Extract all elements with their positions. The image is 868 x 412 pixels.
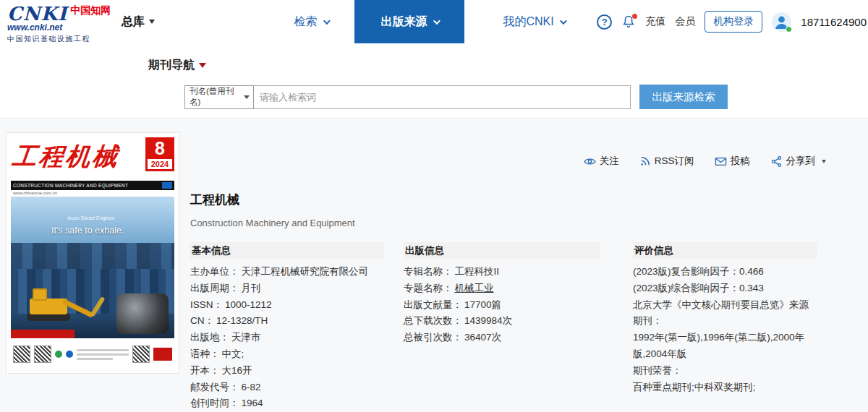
cnki-journal-page: CNKI 中国知网 www.cnki.net 中国知识基础设施工程 总库 检索 … [0, 0, 868, 412]
nav-item-search[interactable]: 检索 [268, 0, 354, 43]
cert-logo-green [55, 351, 62, 358]
follow-label: 关注 [600, 155, 619, 168]
cover-engine-brand: Isuzu Diesel Engines [67, 215, 114, 220]
member-link[interactable]: 会员 [675, 15, 695, 28]
cover-issue-box: 8 2024 [145, 137, 174, 171]
journal-cover[interactable]: 工程机械 8 2024 CONSTRUCTION MACHINERY AND E… [6, 132, 179, 374]
basic-info-rows: 主办单位：天津工程机械研究院有限公司 出版周期：月刊 ISSN：1000-121… [190, 264, 384, 412]
qr-code [132, 346, 150, 363]
nav-item-publication-source[interactable]: 出版来源 [354, 0, 464, 43]
logo-site-url: www.cnki.net [7, 23, 111, 33]
qr-code [34, 346, 51, 363]
info-row-language: 语种：中文; [190, 346, 384, 363]
journal-navigation-label: 期刊导航 [148, 58, 195, 73]
search-input[interactable] [253, 85, 631, 109]
journal-english-title: Construction Machinery and Equipment [190, 218, 355, 228]
eval-line-core-journal: 北京大学《中文核心期刊要目总览》来源期刊： [633, 297, 817, 330]
footer-text-line [77, 349, 129, 351]
cover-title-text: 工程机械 [11, 140, 121, 173]
cover-art: 工程机械 8 2024 CONSTRUCTION MACHINERY AND E… [11, 137, 174, 369]
qr-code [13, 346, 30, 363]
info-row-postal-code: 邮发代号：6-82 [190, 379, 384, 396]
nav-publication-source-label: 出版来源 [381, 14, 427, 30]
share-label: 分享到 [786, 155, 816, 168]
cnki-logo[interactable]: CNKI 中国知网 www.cnki.net 中国知识基础设施工程 [7, 4, 111, 43]
user-avatar[interactable] [772, 12, 791, 32]
basic-info-section: 基本信息 主办单位：天津工程机械研究院有限公司 出版周期：月刊 ISSN：100… [190, 242, 384, 412]
eval-line-composite-if: (2023版)复合影响因子：0.466 [633, 264, 817, 280]
topic-link[interactable]: 机械工业 [455, 283, 494, 293]
journal-actions-row: 关注 RSS订阅 投稿 [584, 155, 826, 168]
chevron-down-icon [433, 17, 440, 25]
nav-my-cnki-label: 我的CNKI [503, 14, 553, 30]
follow-button[interactable]: 关注 [584, 155, 619, 168]
info-row-citation-count: 总被引次数：36407次 [404, 330, 600, 346]
info-row-format: 开本：大16开 [190, 363, 384, 379]
info-row-cn: CN：12-1328/TH [190, 313, 384, 330]
rss-subscribe-button[interactable]: RSS订阅 [639, 155, 694, 168]
evaluation-info-rows: (2023版)复合影响因子：0.466 (2023版)综合影响因子：0.343 … [633, 264, 817, 395]
publish-info-header: 出版信息 [404, 242, 600, 259]
info-row-article-count: 出版文献量：17700篇 [404, 297, 600, 314]
nav-item-my-cnki[interactable]: 我的CNKI [483, 0, 584, 43]
cover-red-banner [11, 330, 75, 338]
cover-issue-number: 8 [145, 138, 174, 158]
account-phone-number: 18711624900 [801, 16, 867, 28]
eval-line-honors-value: 百种重点期刊;中科双奖期刊; [633, 379, 817, 396]
cover-footer-text [77, 349, 129, 360]
rss-label: RSS订阅 [655, 155, 694, 168]
caret-down-icon [822, 160, 826, 163]
eval-line-honors-label: 期刊荣誉： [633, 363, 817, 379]
logo-brand-text: CNKI [7, 4, 67, 25]
footer-text-line [77, 358, 113, 360]
publish-info-rows: 专辑名称：工程科技II 专题名称：机械工业 出版文献量：17700篇 总下载次数… [404, 264, 600, 346]
caret-down-icon [149, 20, 155, 24]
chevron-down-icon [323, 17, 330, 25]
publish-info-section: 出版信息 专辑名称：工程科技II 专题名称：机械工业 出版文献量：17700篇 … [404, 242, 600, 412]
info-row-topic: 专题名称：机械工业 [404, 280, 600, 297]
notification-badge [632, 14, 637, 19]
caret-down-red-icon [199, 63, 206, 68]
recharge-link[interactable]: 充值 [645, 15, 665, 28]
info-row-founded: 创刊时间：1964 [190, 395, 384, 412]
cert-logo-blue [66, 351, 73, 358]
help-icon[interactable]: ? [597, 14, 612, 30]
notification-bell-icon[interactable] [621, 14, 636, 29]
help-glyph: ? [602, 17, 608, 27]
journal-nav-subheader: 期刊导航 刊名(曾用刊名) 出版来源检索 [0, 43, 868, 119]
basic-info-header: 基本信息 [190, 242, 384, 259]
info-row-frequency: 出版周期：月刊 [190, 280, 384, 297]
evaluation-info-section: 评价信息 (2023版)复合影响因子：0.466 (2023版)综合影响因子：0… [633, 242, 817, 412]
search-field-select[interactable]: 刊名(曾用刊名) [184, 85, 254, 109]
cover-website-url: www.chinacme.com.cn [11, 190, 174, 197]
footer-red-box [153, 348, 172, 361]
cover-photo: Isuzu Diesel Engines It's safe to exhale… [11, 197, 174, 338]
top-actions: ? 充值 会员 机构登录 18711624900 [597, 0, 867, 43]
cover-issue-year: 2024 [148, 159, 172, 169]
rss-icon [639, 155, 651, 167]
info-row-series: 专辑名称：工程科技II [404, 264, 600, 280]
journal-navigation-title[interactable]: 期刊导航 [148, 58, 206, 73]
journal-title: 工程机械 [190, 192, 239, 208]
online-status-dot [786, 26, 792, 33]
footer-text-line [77, 353, 129, 356]
logo-slogan: 中国知识基础设施工程 [7, 35, 111, 43]
excavator-body [30, 299, 67, 314]
org-login-button[interactable]: 机构登录 [705, 11, 762, 33]
library-switcher[interactable]: 总库 [122, 0, 155, 43]
select-caret-icon [244, 95, 250, 99]
share-icon [770, 155, 783, 168]
submit-label: 投稿 [731, 155, 750, 168]
share-button[interactable]: 分享到 [770, 155, 827, 168]
chevron-down-icon [560, 17, 567, 25]
info-row-sponsor: 主办单位：天津工程机械研究院有限公司 [190, 264, 384, 280]
excavator-cab [33, 288, 47, 301]
journal-info-columns: 基本信息 主办单位：天津工程机械研究院有限公司 出版周期：月刊 ISSN：100… [190, 242, 817, 412]
eval-line-comprehensive-if: (2023版)综合影响因子：0.343 [633, 280, 817, 297]
eval-line-core-editions: 1992年(第一版),1996年(第二版),2000年版,2004年版 [633, 330, 817, 363]
diesel-engine-image [116, 293, 169, 334]
source-search-button[interactable]: 出版来源检索 [639, 85, 728, 109]
submit-manuscript-button[interactable]: 投稿 [715, 155, 750, 168]
evaluation-info-header: 评价信息 [633, 242, 817, 259]
info-row-place: 出版地：天津市 [190, 330, 384, 346]
